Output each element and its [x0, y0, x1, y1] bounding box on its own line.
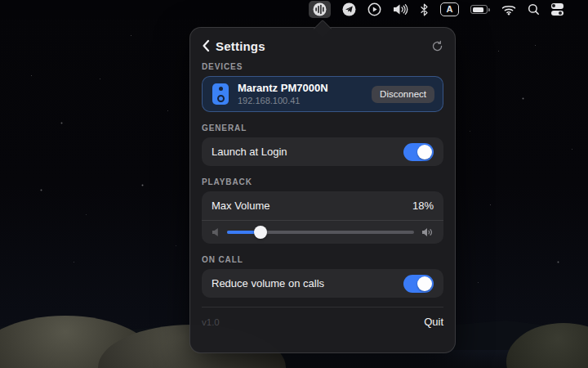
reduce-volume-toggle[interactable] — [403, 275, 434, 293]
playback-section-label: PLAYBACK — [202, 177, 443, 186]
general-section-label: GENERAL — [202, 123, 443, 132]
launch-at-login-row: Launch at Login — [202, 137, 443, 166]
launch-at-login-toggle[interactable] — [403, 143, 434, 161]
refresh-icon — [431, 40, 443, 52]
reduce-volume-label: Reduce volume on calls — [212, 277, 324, 289]
device-card: Marantz PM7000N 192.168.100.41 Disconnec… — [202, 76, 443, 112]
playback-card: Max Volume 18% — [202, 191, 443, 244]
max-volume-value: 18% — [412, 200, 434, 212]
menu-bar: A — [0, 0, 588, 20]
on-call-card: Reduce volume on calls — [202, 269, 443, 298]
search-icon[interactable] — [528, 1, 540, 19]
reduce-volume-row: Reduce volume on calls — [202, 269, 443, 298]
speaker-icon — [212, 83, 229, 105]
input-source-label: A — [447, 5, 453, 14]
launch-at-login-label: Launch at Login — [212, 146, 287, 158]
version-label: v1.0 — [202, 317, 220, 327]
input-source-icon[interactable]: A — [440, 1, 459, 19]
volume-slider[interactable] — [227, 231, 414, 234]
bluetooth-icon[interactable] — [420, 1, 429, 19]
on-call-section-label: ON CALL — [202, 255, 443, 264]
volume-slider-thumb[interactable] — [254, 226, 267, 239]
control-center-icon[interactable] — [551, 1, 564, 19]
app-waveform-icon[interactable] — [309, 1, 331, 18]
popover-header: Settings — [202, 38, 443, 54]
chevron-left-icon — [202, 39, 210, 52]
volume-low-icon — [212, 227, 220, 237]
play-icon[interactable] — [368, 1, 381, 19]
popover-footer: v1.0 Quit — [202, 316, 443, 328]
volume-slider-row — [202, 221, 443, 244]
devices-section-label: DEVICES — [202, 62, 443, 71]
device-ip: 192.168.100.41 — [238, 96, 328, 107]
wifi-icon[interactable] — [501, 1, 516, 19]
divider — [202, 307, 443, 307]
general-card: Launch at Login — [202, 137, 443, 166]
max-volume-label: Max Volume — [212, 200, 270, 212]
max-volume-row: Max Volume 18% — [202, 191, 443, 220]
refresh-button[interactable] — [431, 40, 443, 52]
settings-popover: Settings DEVICES Marantz PM7000N 192.168… — [189, 27, 456, 353]
page-title: Settings — [216, 39, 265, 53]
telegram-icon[interactable] — [342, 1, 356, 19]
device-info: Marantz PM7000N 192.168.100.41 — [238, 82, 328, 107]
disconnect-button[interactable]: Disconnect — [372, 86, 434, 103]
device-name: Marantz PM7000N — [238, 82, 328, 95]
battery-icon[interactable] — [470, 1, 490, 19]
volume-high-icon — [421, 227, 434, 237]
quit-button[interactable]: Quit — [424, 316, 443, 328]
volume-icon[interactable] — [393, 1, 408, 19]
back-button[interactable] — [202, 39, 210, 52]
